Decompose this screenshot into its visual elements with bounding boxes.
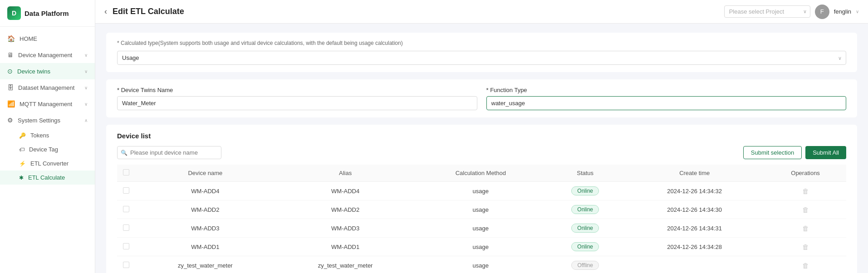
- calculate-icon: ✱: [19, 175, 24, 181]
- row-checkbox[interactable]: [123, 262, 129, 268]
- row-calc-method: usage: [416, 200, 546, 219]
- device-table: Device name Alias Calculation Method Sta…: [117, 165, 846, 273]
- sidebar-label-device-management: Device Management: [18, 52, 72, 58]
- row-checkbox-cell[interactable]: [117, 182, 135, 200]
- submit-all-button[interactable]: Submit All: [805, 146, 846, 159]
- chevron-down-icon-mqtt: ∨: [84, 102, 88, 107]
- row-create-time: 2024-12-26 14:34:28: [624, 238, 765, 256]
- delete-icon[interactable]: 🗑: [802, 243, 809, 251]
- sidebar-sub-label-etl-calculate: ETL Calculate: [28, 174, 65, 181]
- sidebar-item-system-settings[interactable]: ⚙ System Settings ∧: [0, 112, 95, 128]
- calc-type-card: * Calculated type(System supports both u…: [106, 33, 857, 72]
- home-icon: 🏠: [7, 35, 15, 42]
- row-checkbox[interactable]: [123, 206, 129, 212]
- row-alias: WM-ADD3: [275, 219, 416, 238]
- device-list-toolbar: 🔍 Submit selection Submit All: [117, 146, 846, 159]
- status-badge: Online: [571, 186, 599, 195]
- status-badge: Online: [571, 224, 599, 233]
- twins-name-label: * Device Twins Name: [117, 87, 477, 93]
- sidebar-sub-item-tokens[interactable]: 🔑 Tokens: [0, 128, 95, 142]
- row-operations[interactable]: 🗑: [765, 219, 846, 238]
- converter-icon: ⚡: [19, 161, 26, 167]
- delete-icon[interactable]: 🗑: [802, 206, 809, 214]
- row-create-time: 2024-12-26 14:34:30: [624, 200, 765, 219]
- row-status: Online: [546, 238, 624, 256]
- row-checkbox-cell[interactable]: [117, 256, 135, 273]
- row-checkbox-cell[interactable]: [117, 238, 135, 256]
- row-calc-method: usage: [416, 219, 546, 238]
- calc-type-select-wrap[interactable]: Usage ∨: [117, 51, 846, 65]
- row-alias: zy_test_water_meter: [275, 256, 416, 273]
- device-list-header: Device list: [117, 132, 846, 140]
- tag-icon: 🏷: [19, 146, 25, 153]
- submit-selection-button[interactable]: Submit selection: [743, 146, 802, 159]
- device-list-card: Device list 🔍 Submit selection Submit Al…: [106, 125, 857, 273]
- database-icon: 🗄: [7, 84, 14, 91]
- row-checkbox[interactable]: [123, 224, 129, 231]
- search-wrap[interactable]: 🔍: [117, 146, 221, 159]
- sidebar: D Data Platform 🏠 HOME 🖥 Device Manageme…: [0, 0, 95, 273]
- table-row: WM-ADD2 WM-ADD2 usage Online 2024-12-26 …: [117, 200, 846, 219]
- col-device-name: Device name: [135, 165, 275, 182]
- sidebar-sub-label-device-tag: Device Tag: [29, 146, 58, 153]
- sidebar-label-home: HOME: [20, 35, 37, 42]
- sidebar-item-home[interactable]: 🏠 HOME: [0, 30, 95, 47]
- row-checkbox-cell[interactable]: [117, 219, 135, 238]
- search-input[interactable]: [117, 146, 221, 159]
- row-device-name: zy_test_water_meter: [135, 256, 275, 273]
- user-name: fenglin: [834, 8, 851, 15]
- app-title: Data Platform: [25, 10, 69, 17]
- back-button[interactable]: ‹: [104, 7, 109, 16]
- avatar: F: [815, 5, 829, 19]
- col-status: Status: [546, 165, 624, 182]
- sidebar-item-dataset-management[interactable]: 🗄 Dataset Management ∨: [0, 79, 95, 96]
- row-status: Online: [546, 219, 624, 238]
- topbar-left: ‹ Edit ETL Calculate: [104, 7, 184, 16]
- function-type-input[interactable]: [486, 96, 847, 110]
- sidebar-item-mqtt-management[interactable]: 📶 MQTT Management ∨: [0, 96, 95, 112]
- sidebar-sub-label-tokens: Tokens: [30, 132, 49, 139]
- wifi-icon: 📶: [7, 100, 15, 107]
- sidebar-item-device-twins[interactable]: ⊙ Device twins ∨: [0, 63, 95, 79]
- sidebar-label-device-twins: Device twins: [17, 68, 50, 75]
- row-alias: WM-ADD2: [275, 200, 416, 219]
- project-select-wrap[interactable]: Please select Project ∨: [724, 5, 810, 18]
- row-checkbox-cell[interactable]: [117, 200, 135, 219]
- row-operations[interactable]: 🗑: [765, 238, 846, 256]
- sidebar-sub-item-etl-converter[interactable]: ⚡ ETL Converter: [0, 156, 95, 171]
- row-calc-method: usage: [416, 238, 546, 256]
- twins-name-group: * Device Twins Name: [117, 87, 477, 110]
- sidebar-sub-item-device-tag[interactable]: 🏷 Device Tag: [0, 142, 95, 156]
- row-operations[interactable]: 🗑: [765, 256, 846, 273]
- row-status: Offline: [546, 256, 624, 273]
- topbar-right: Please select Project ∨ F fenglin ∨: [724, 5, 859, 19]
- delete-icon[interactable]: 🗑: [802, 187, 809, 195]
- calc-type-select[interactable]: Usage: [117, 51, 846, 65]
- chevron-down-icon-twins: ∨: [84, 69, 88, 74]
- row-checkbox[interactable]: [123, 243, 129, 249]
- row-checkbox[interactable]: [123, 187, 129, 194]
- col-operations: Operations: [765, 165, 846, 182]
- user-chevron-icon: ∨: [856, 9, 859, 14]
- row-device-name: WM-ADD3: [135, 219, 275, 238]
- sidebar-item-device-management[interactable]: 🖥 Device Management ∨: [0, 47, 95, 63]
- header-checkbox[interactable]: [123, 169, 129, 176]
- twins-name-input[interactable]: [117, 96, 477, 110]
- search-icon: 🔍: [121, 150, 128, 156]
- sidebar-sub-label-etl-converter: ETL Converter: [30, 160, 69, 167]
- function-type-label: * Function Type: [486, 87, 847, 93]
- table-row: WM-ADD4 WM-ADD4 usage Online 2024-12-26 …: [117, 182, 846, 200]
- row-alias: WM-ADD1: [275, 238, 416, 256]
- project-select[interactable]: Please select Project: [724, 5, 810, 18]
- row-operations[interactable]: 🗑: [765, 200, 846, 219]
- row-operations[interactable]: 🗑: [765, 182, 846, 200]
- logo-icon: D: [7, 6, 21, 20]
- topbar: ‹ Edit ETL Calculate Please select Proje…: [95, 0, 868, 24]
- delete-icon[interactable]: 🗑: [802, 224, 809, 232]
- col-calc-method: Calculation Method: [416, 165, 546, 182]
- sidebar-sub-item-etl-calculate[interactable]: ✱ ETL Calculate: [0, 171, 95, 185]
- delete-icon[interactable]: 🗑: [802, 262, 809, 269]
- row-create-time: 2024-12-26 14:34:31: [624, 219, 765, 238]
- circle-icon: ⊙: [7, 68, 13, 75]
- row-device-name: WM-ADD4: [135, 182, 275, 200]
